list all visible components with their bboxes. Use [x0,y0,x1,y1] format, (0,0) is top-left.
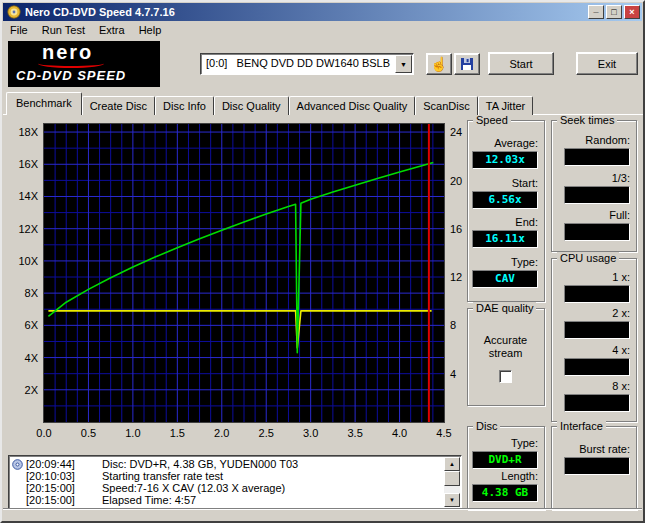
speed-field: Type:CAV [472,256,538,288]
tab-disc-quality[interactable]: Disc Quality [214,96,289,115]
save-button[interactable] [454,53,480,75]
y-right-tick: 20 [450,175,466,187]
type-label: Type: [472,256,538,268]
close-button[interactable]: × [624,5,640,19]
y-left-tick: 10X [8,255,38,267]
nero-logo: nero CD-DVD SPEED [8,41,160,87]
title-bar[interactable]: Nero CD-DVD Speed 4.7.7.16 _ □ × [3,3,642,21]
menu-help[interactable]: Help [132,22,169,38]
hand-tool-button[interactable]: ☝ [426,53,452,75]
x-axis-tick: 1.0 [121,427,145,439]
interface-field: Burst rate: [564,443,630,475]
log-panel: [20:09:44]Disc: DVD+R, 4.38 GB, YUDEN000… [8,455,462,509]
2-x-lcd-value [564,321,630,339]
benchmark-chart: 2X4X6X8X10X12X14X16X18X48121620240.00.51… [8,116,464,452]
4-x-lcd-value [564,358,630,376]
tab-ta-jitter[interactable]: TA Jitter [478,96,534,115]
y-right-tick: 8 [450,319,466,331]
disc-panel-title: Disc [473,420,500,432]
scroll-up-button[interactable]: ▲ [444,457,460,471]
tab-bar: BenchmarkCreate DiscDisc InfoDisc Qualit… [6,92,533,115]
speed-field: Start:6.56x [472,177,538,209]
1-3-lcd-value [564,186,630,204]
logo-swoosh [38,59,104,68]
scroll-down-button[interactable]: ▼ [444,493,460,507]
tab-benchmark[interactable]: Benchmark [6,92,82,115]
menu-file[interactable]: File [3,22,35,38]
minimize-button[interactable]: _ [588,5,604,19]
y-right-tick: 4 [450,368,466,380]
y-left-tick: 6X [8,319,38,331]
log-message: Elapsed Time: 4:57 [86,494,196,506]
maximize-button[interactable]: □ [606,5,622,19]
log-timestamp: [20:15:00] [26,482,86,494]
log-lines: [20:09:44]Disc: DVD+R, 4.38 GB, YUDEN000… [12,458,443,506]
chevron-down-icon[interactable]: ▼ [395,55,412,73]
1-3-label: 1/3: [564,172,630,184]
log-timestamp: [20:15:00] [26,494,86,506]
log-line: [20:15:00]Speed:7-16 X CAV (12.03 X aver… [12,482,443,494]
save-icon [460,57,474,71]
tab-create-disc[interactable]: Create Disc [82,96,155,115]
cpu-usage-panel-title: CPU usage [557,252,619,264]
x-axis-tick: 4.5 [432,427,456,439]
dae-quality-panel: DAE quality Accurate stream [467,308,545,406]
log-line: [20:09:44]Disc: DVD+R, 4.38 GB, YUDEN000… [12,458,443,470]
cpu_usage-field: 1 x: [564,271,630,303]
x-axis-tick: 3.5 [343,427,367,439]
exit-button[interactable]: Exit [576,52,638,75]
1-x-label: 1 x: [564,271,630,283]
hand-icon: ☝ [430,57,447,71]
cdvdspeed-logo-text: CD-DVD SPEED [16,68,126,83]
x-axis-tick: 2.5 [254,427,278,439]
y-left-tick: 4X [8,352,38,364]
end-lcd-value: 16.11x [472,230,538,248]
1-x-lcd-value [564,285,630,303]
log-scrollbar[interactable]: ▲ ▼ [444,457,460,507]
type-lcd-value: DVD+R [472,451,538,469]
dae-quality-panel-title: DAE quality [473,302,536,314]
status-bar [3,508,642,520]
8-x-lcd-value [564,394,630,412]
cpu_usage-field: 8 x: [564,380,630,412]
drive-select-value: [0:0] BENQ DVD DD DW1640 BSLB [206,57,390,69]
x-axis-tick: 4.0 [388,427,412,439]
start-button[interactable]: Start [488,52,554,75]
speed-panel: Speed Average:12.03xStart:6.56xEnd:16.11… [467,120,545,302]
y-left-tick: 18X [8,126,38,138]
seek-times-panel: Seek times Random:1/3:Full: [551,120,637,252]
log-line: [20:10:03]Starting transfer rate test [12,470,443,482]
4-x-label: 4 x: [564,344,630,356]
tab-advanced-disc-quality[interactable]: Advanced Disc Quality [289,96,416,115]
start-lcd-value: 6.56x [472,191,538,209]
length-lcd-value: 4.38 GB [472,484,538,502]
menu-run-test[interactable]: Run Test [35,22,92,38]
speed-field: End:16.11x [472,216,538,248]
8-x-label: 8 x: [564,380,630,392]
tab-scandisc[interactable]: ScanDisc [415,96,477,115]
log-timestamp: [20:10:03] [26,470,86,482]
y-left-tick: 16X [8,158,38,170]
speed-field: Average:12.03x [472,137,538,169]
accurate-stream-checkbox[interactable] [499,370,512,383]
burst-rate-lcd-value [564,457,630,475]
interface-panel-title: Interface [557,420,606,432]
y-right-tick: 24 [450,126,466,138]
menu-extra[interactable]: Extra [92,22,132,38]
seek_times-field: Full: [564,209,630,241]
app-window: Nero CD-DVD Speed 4.7.7.16 _ □ × FileRun… [0,0,645,523]
y-left-tick: 12X [8,223,38,235]
x-axis-tick: 0.5 [76,427,100,439]
scroll-thumb[interactable] [444,471,460,486]
x-axis-tick: 1.5 [165,427,189,439]
length-label: Length: [472,470,538,482]
disc-field: Length:4.38 GB [472,470,538,502]
burst-rate-label: Burst rate: [564,443,630,455]
drive-select[interactable]: [0:0] BENQ DVD DD DW1640 BSLB ▼ [200,53,414,75]
y-right-tick: 12 [450,271,466,283]
tab-disc-info[interactable]: Disc Info [155,96,214,115]
rotation-speed-line [48,311,431,348]
window-title: Nero CD-DVD Speed 4.7.7.16 [25,6,586,18]
y-right-tick: 16 [450,223,466,235]
speed-panel-title: Speed [473,114,511,126]
